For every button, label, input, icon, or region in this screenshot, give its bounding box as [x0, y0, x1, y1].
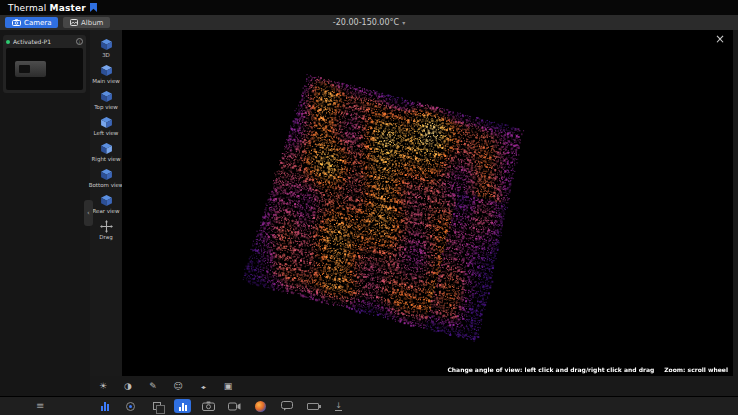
cube-icon	[100, 90, 113, 103]
hint-zoom: Zoom: scroll wheel	[664, 366, 728, 373]
status-dot	[6, 40, 10, 44]
menu-icon[interactable]: ≡	[36, 397, 44, 415]
view-button-left[interactable]: Left view	[90, 116, 122, 136]
brightness-icon[interactable]: ☀	[96, 381, 110, 391]
chat-bubble-icon	[281, 401, 293, 411]
pointcloud-canvas[interactable]	[122, 30, 733, 376]
pointcloud-mode-button-active[interactable]	[174, 399, 191, 414]
view-button-label: 3D	[102, 52, 110, 58]
hint-rotate: Change angle of view: left click and dra…	[447, 366, 654, 373]
view-button-main[interactable]: Main view	[90, 64, 122, 84]
collapse-icon: ‹	[87, 209, 90, 217]
thermal-master-app: Thermal Master -20.00-150.00°C▾ Camera A…	[0, 0, 738, 415]
palette-sphere-button[interactable]	[252, 399, 269, 414]
download-icon: ↓	[335, 402, 342, 411]
device-thumbnail[interactable]	[6, 48, 83, 90]
cube-icon	[100, 168, 113, 181]
app-logo: Thermal Master	[8, 3, 86, 13]
tab-camera[interactable]: Camera	[5, 17, 58, 28]
close-icon: ×	[715, 32, 725, 46]
battery-icon	[307, 403, 319, 410]
info-icon[interactable]	[76, 38, 83, 45]
temp-range-label: -20.00-150.00°C	[333, 18, 399, 27]
view-button-top[interactable]: Top view	[90, 90, 122, 110]
view-button-3d[interactable]: 3D	[90, 38, 122, 58]
album-icon	[70, 19, 78, 26]
view-button-label: Drag	[99, 234, 112, 240]
layers-icon	[153, 402, 161, 410]
download-button[interactable]: ↓	[330, 399, 347, 414]
capture-photo-button[interactable]	[200, 399, 217, 414]
image-adjust-toolbar: ☀ ◑ ✎ ☺ ◂▸ ▣	[96, 378, 235, 394]
record-icon	[126, 402, 135, 411]
view-button-label: Rear view	[92, 208, 119, 214]
brand-ribbon-icon	[90, 3, 97, 12]
device-card[interactable]: Activated-P1	[3, 35, 86, 93]
frame-icon[interactable]: ▣	[221, 381, 235, 391]
battery-button[interactable]	[304, 399, 321, 414]
mirror-icon[interactable]: ◂▸	[196, 383, 210, 390]
view-button-label: Bottom view	[89, 182, 124, 188]
tab-camera-label: Camera	[24, 19, 51, 27]
pointcloud-viewer: × Change angle of view: left click and d…	[122, 30, 733, 376]
cube-icon	[100, 194, 113, 207]
cube-icon	[100, 142, 113, 155]
edit-icon[interactable]: ✎	[146, 381, 160, 391]
titlebar: Thermal Master	[0, 0, 738, 15]
view-button-bottom[interactable]: Bottom view	[90, 168, 122, 188]
camcorder-icon	[228, 402, 241, 411]
record-video-button[interactable]	[226, 399, 243, 414]
layers-button[interactable]	[148, 399, 165, 414]
view-button-label: Left view	[94, 130, 119, 136]
record-button[interactable]	[122, 399, 139, 414]
device-sidebar: Activated-P1	[0, 30, 90, 396]
histogram-button[interactable]	[96, 399, 113, 414]
view-button-label: Main view	[92, 78, 120, 84]
move-icon	[100, 220, 113, 233]
view-button-label: Right view	[92, 156, 121, 162]
view-button-label: Top view	[94, 104, 118, 110]
brand-first: Thermal	[8, 3, 46, 13]
view-button-right[interactable]: Right view	[90, 142, 122, 162]
cube-icon	[100, 38, 113, 51]
drag-button[interactable]: Drag	[90, 220, 122, 240]
collapse-panel-handle[interactable]: ‹	[84, 200, 93, 226]
histogram-icon	[101, 402, 109, 411]
cube-icon	[100, 116, 113, 129]
palette-sphere-icon	[255, 401, 266, 412]
bottom-dock: ≡ ↓	[0, 396, 738, 415]
tab-album-label: Album	[81, 19, 103, 27]
device-image	[15, 61, 46, 77]
temp-range-selector[interactable]: -20.00-150.00°C▾	[0, 15, 738, 30]
camera-icon	[12, 19, 21, 26]
smiley-icon[interactable]: ☺	[171, 381, 185, 391]
viewer-hint: Change angle of view: left click and dra…	[447, 366, 728, 373]
toolbar: -20.00-150.00°C▾ Camera Album	[0, 15, 738, 30]
cube-icon	[100, 64, 113, 77]
view-rail: 3D Main view Top view Left view Right vi…	[90, 30, 122, 376]
camera-icon	[202, 401, 215, 411]
pointcloud-mode-icon	[174, 399, 191, 413]
view-button-rear[interactable]: Rear view	[90, 194, 122, 214]
contrast-icon[interactable]: ◑	[121, 381, 135, 391]
close-viewer-button[interactable]: ×	[715, 33, 725, 45]
tab-album[interactable]: Album	[63, 17, 110, 28]
brand-second: Master	[50, 3, 86, 13]
comment-button[interactable]	[278, 399, 295, 414]
chevron-down-icon: ▾	[402, 19, 405, 26]
device-label: Activated-P1	[13, 38, 73, 45]
